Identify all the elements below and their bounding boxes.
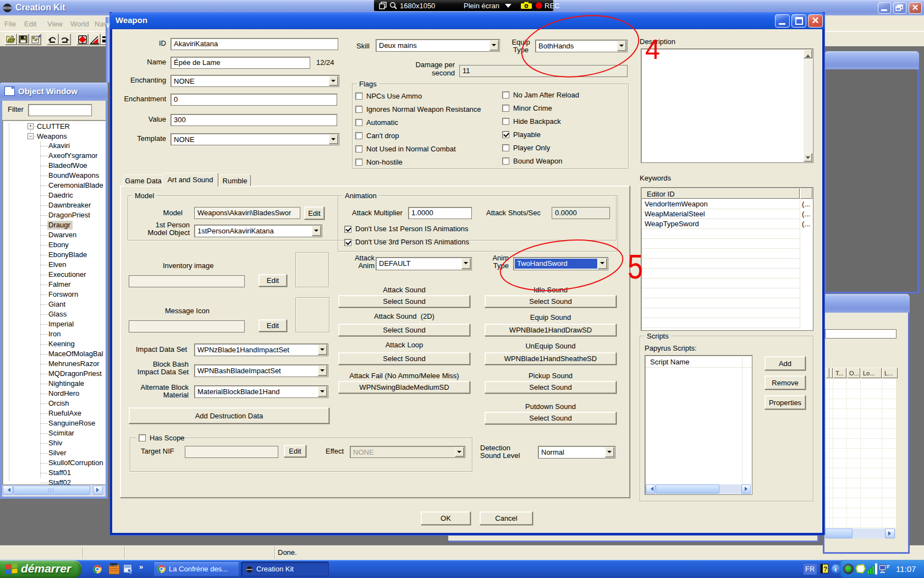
svg-text:D-Link: D-Link <box>111 564 117 566</box>
svg-text:?: ? <box>823 565 827 573</box>
